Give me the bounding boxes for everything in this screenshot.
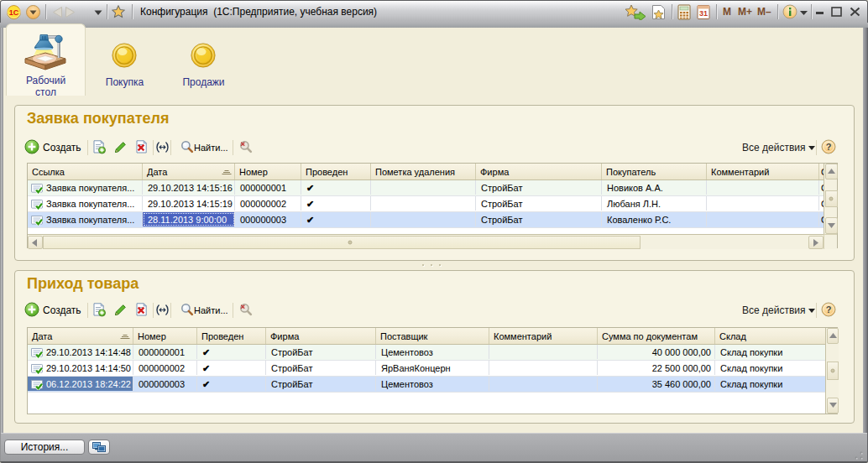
svg-text:?: ? — [826, 142, 832, 152]
svg-text:31: 31 — [699, 9, 708, 18]
svg-text:1С: 1С — [9, 8, 19, 17]
svg-text:?: ? — [826, 304, 832, 315]
